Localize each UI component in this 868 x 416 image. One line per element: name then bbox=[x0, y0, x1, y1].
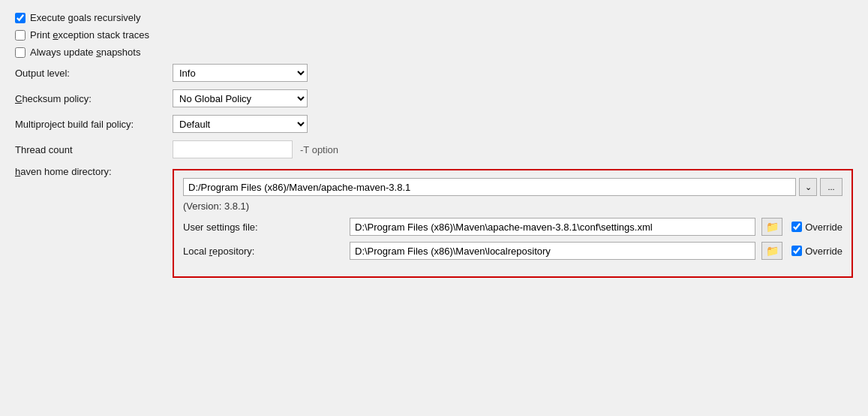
thread-count-row: Thread count -T option bbox=[15, 140, 853, 158]
local-repo-input[interactable]: D:\Program Files (x86)\Maven\localreposi… bbox=[350, 242, 755, 260]
local-repo-label: Local repository: bbox=[183, 246, 341, 257]
execute-goals-label: Execute goals recursively bbox=[30, 12, 140, 23]
multiproject-row: Multiproject build fail policy: Default … bbox=[15, 115, 853, 133]
print-exception-checkbox[interactable] bbox=[15, 30, 26, 41]
always-update-row: Always update snapshots bbox=[15, 47, 853, 58]
user-settings-override-checkbox[interactable] bbox=[791, 222, 802, 232]
t-option-label: -T option bbox=[300, 144, 338, 155]
user-settings-row: User settings file: D:\Program Files (x8… bbox=[183, 218, 842, 236]
thread-count-label: Thread count bbox=[15, 144, 173, 155]
user-settings-folder-btn[interactable]: 📁 bbox=[761, 218, 782, 236]
local-repo-override-wrap: Override bbox=[791, 246, 842, 257]
folder-icon: 📁 bbox=[766, 245, 779, 257]
checksum-policy-row: Checksum policy: No Global Policy Strict… bbox=[15, 89, 853, 107]
maven-home-input[interactable]: D:/Program Files (x86)/Maven/apache-mave… bbox=[183, 178, 796, 196]
multiproject-select[interactable]: Default At End Never Fast bbox=[173, 115, 308, 133]
output-level-label: Output level: bbox=[15, 68, 173, 79]
execute-goals-row: Execute goals recursively bbox=[15, 12, 853, 23]
local-repo-folder-btn[interactable]: 📁 bbox=[761, 242, 782, 260]
output-level-select[interactable]: Debug Info Warning Error Fatal bbox=[173, 64, 308, 82]
local-repo-override-checkbox[interactable] bbox=[791, 246, 802, 256]
local-repo-override-label: Override bbox=[805, 246, 842, 257]
user-settings-override-label: Override bbox=[805, 222, 842, 233]
output-level-row: Output level: Debug Info Warning Error F… bbox=[15, 64, 853, 82]
maven-section: D:/Program Files (x86)/Maven/apache-mave… bbox=[173, 169, 853, 278]
maven-home-browse-btn[interactable]: ... bbox=[820, 178, 842, 196]
multiproject-label: Multiproject build fail policy: bbox=[15, 119, 173, 130]
user-settings-input[interactable]: D:\Program Files (x86)\Maven\apache-mave… bbox=[350, 218, 755, 236]
local-repo-row: Local repository: D:\Program Files (x86)… bbox=[183, 242, 842, 260]
checksum-policy-label: Checksum policy: bbox=[15, 93, 173, 104]
print-exception-row: Print exception stack traces bbox=[15, 29, 853, 41]
ellipsis-icon: ... bbox=[827, 182, 834, 191]
user-settings-label: User settings file: bbox=[183, 222, 341, 233]
checksum-policy-select[interactable]: No Global Policy Strict Warn Ignore bbox=[173, 89, 308, 107]
print-exception-label: Print exception stack traces bbox=[30, 29, 149, 41]
maven-home-label: haven home directory: bbox=[15, 166, 173, 177]
always-update-checkbox[interactable] bbox=[15, 47, 26, 58]
folder-icon: 📁 bbox=[766, 221, 779, 233]
user-settings-override-wrap: Override bbox=[791, 222, 842, 233]
chevron-down-icon: ⌄ bbox=[805, 182, 812, 192]
execute-goals-checkbox[interactable] bbox=[15, 13, 26, 23]
maven-version-text: (Version: 3.8.1) bbox=[183, 200, 842, 212]
thread-count-input[interactable] bbox=[173, 140, 293, 158]
maven-home-dropdown-btn[interactable]: ⌄ bbox=[799, 178, 817, 196]
always-update-label: Always update snapshots bbox=[30, 47, 140, 58]
maven-home-input-row: D:/Program Files (x86)/Maven/apache-mave… bbox=[183, 178, 842, 196]
